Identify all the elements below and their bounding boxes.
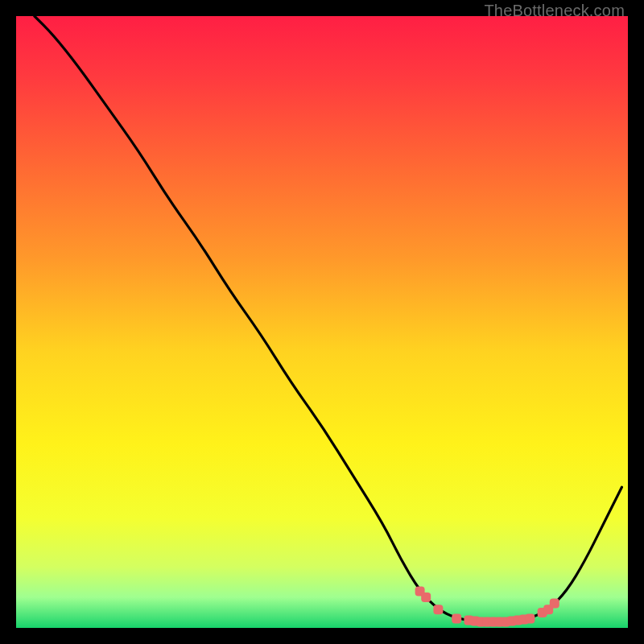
curve-marker (525, 614, 535, 624)
curve-marker (433, 605, 443, 614)
curve-marker (421, 592, 431, 602)
chart-frame (16, 16, 628, 628)
curve-marker (452, 614, 461, 624)
watermark-text: TheBottleneck.com (484, 2, 625, 20)
curve-marker (550, 599, 559, 609)
bottleneck-curve-chart (16, 16, 628, 628)
